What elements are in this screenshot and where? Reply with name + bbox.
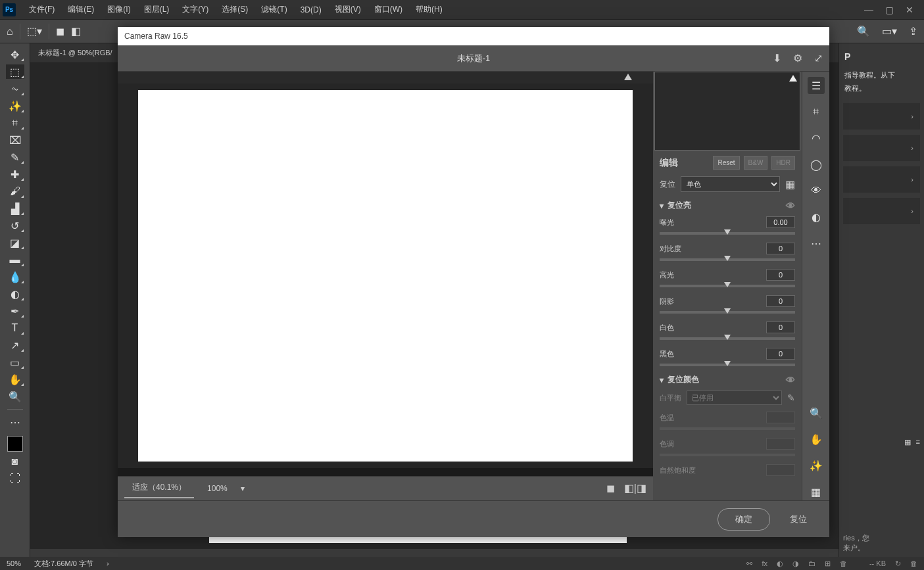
mask-icon[interactable]: ◐ — [777, 559, 783, 568]
view-list-icon[interactable]: ≡ — [916, 438, 920, 446]
horizontal-scrollbar[interactable] — [30, 549, 839, 557]
edit-sliders-icon[interactable]: ☰ — [808, 77, 825, 94]
profile-select[interactable]: 单色 — [681, 176, 780, 192]
window-maximize-icon[interactable]: ▢ — [885, 5, 894, 15]
status-zoom[interactable]: 50% — [7, 559, 21, 567]
compare-view-icon[interactable]: ◧|◨ — [624, 482, 646, 494]
profile-browser-icon[interactable]: ▦ — [785, 178, 795, 191]
blacks-input[interactable] — [766, 348, 795, 360]
share-icon[interactable]: ⇪ — [909, 25, 917, 37]
zoom-fit-button[interactable]: 适应（40.1%） — [124, 478, 194, 498]
bw-button[interactable]: B&W — [744, 156, 768, 170]
section-light-visibility-icon[interactable]: 👁 — [786, 201, 795, 211]
export-icon[interactable]: ⬇ — [773, 52, 781, 64]
tool-eraser[interactable]: ◪ — [6, 235, 24, 250]
panel-row-1[interactable]: › — [843, 103, 920, 130]
presets-tool-icon[interactable]: ◐ — [808, 208, 825, 226]
tool-marquee[interactable]: ⬚ — [6, 64, 24, 79]
highlights-input[interactable] — [766, 269, 795, 281]
cycle-view-icon[interactable]: ◼ — [606, 482, 615, 494]
panel-row-2[interactable]: › — [843, 135, 920, 161]
tool-lasso[interactable]: ⏦ — [6, 82, 24, 96]
menu-3d[interactable]: 3D(D) — [294, 5, 328, 14]
color-swatch[interactable] — [7, 436, 23, 452]
highlights-slider[interactable] — [660, 285, 795, 287]
filmstrip[interactable] — [118, 468, 653, 476]
link-icon[interactable]: ⚯ — [746, 559, 752, 568]
tool-gradient[interactable]: ▬ — [6, 252, 24, 267]
contrast-input[interactable] — [766, 243, 795, 254]
menu-help[interactable]: 帮助(H) — [409, 4, 449, 15]
section-light-header[interactable]: ▾ 复位亮 👁 — [660, 200, 795, 211]
tool-crop[interactable]: ⌗ — [6, 116, 24, 130]
tool-move[interactable]: ✥ — [6, 47, 24, 62]
whites-input[interactable] — [766, 321, 795, 333]
tool-zoom[interactable]: 🔍 — [6, 389, 24, 404]
panel-row-4[interactable]: › — [843, 198, 920, 224]
selection-new-icon[interactable]: ◼ — [56, 25, 64, 37]
tool-path-select[interactable]: ↗ — [6, 338, 24, 352]
menu-filter[interactable]: 滤镜(T) — [255, 4, 293, 15]
menu-layer[interactable]: 图层(L) — [137, 4, 176, 15]
tool-type[interactable]: T — [6, 321, 24, 335]
tool-quick-select[interactable]: ✨ — [6, 99, 24, 113]
shadows-input[interactable] — [766, 295, 795, 307]
trash-icon[interactable]: 🗑 — [840, 559, 847, 568]
preview-canvas-area[interactable] — [118, 83, 653, 468]
cr-zoom-icon[interactable]: 🔍 — [808, 404, 825, 421]
fx-icon[interactable]: fx — [762, 559, 767, 568]
tool-frame[interactable]: ⌧ — [6, 133, 24, 147]
wb-eyedropper-icon[interactable]: ✎ — [787, 392, 795, 403]
marquee-preset-icon[interactable]: ⬚▾ — [27, 25, 42, 37]
wb-select[interactable]: 已停用 — [687, 391, 782, 405]
window-minimize-icon[interactable]: — — [864, 5, 873, 15]
cr-grid-icon[interactable]: ▦ — [808, 483, 825, 500]
dialog-title-bar[interactable]: Camera Raw 16.5 — [118, 27, 829, 45]
tool-blur[interactable]: 💧 — [6, 270, 24, 284]
panel-row-3[interactable]: › — [843, 166, 920, 193]
hdr-button[interactable]: HDR — [771, 156, 795, 170]
view-grid-icon[interactable]: ▦ — [904, 438, 911, 446]
more-tools-icon[interactable]: ⋯ — [808, 235, 825, 252]
exposure-input[interactable] — [766, 216, 795, 228]
tool-dodge[interactable]: ◐ — [6, 287, 24, 301]
tool-pen[interactable]: ✒ — [6, 304, 24, 318]
tool-quickmask[interactable]: ◙ — [6, 454, 24, 469]
tool-brush[interactable]: 🖌 — [6, 184, 24, 199]
status-doc-info[interactable]: 文档:7.66M/0 字节 — [34, 559, 93, 569]
window-close-icon[interactable]: ✕ — [906, 5, 913, 15]
workspace-icon[interactable]: ▭▾ — [882, 25, 897, 37]
gear-icon[interactable]: ⚙ — [793, 52, 802, 64]
cr-sampler-icon[interactable]: ✨ — [808, 457, 825, 474]
menu-select[interactable]: 选择(S) — [215, 4, 255, 15]
zoom-100-button[interactable]: 100% — [199, 480, 235, 497]
menu-image[interactable]: 图像(I) — [101, 4, 137, 15]
search-icon[interactable]: 🔍 — [857, 25, 870, 37]
zoom-dropdown-icon[interactable]: ▾ — [241, 484, 245, 493]
tool-hand[interactable]: ✋ — [6, 372, 24, 387]
tool-history-brush[interactable]: ↺ — [6, 218, 24, 233]
menu-view[interactable]: 视图(V) — [328, 4, 368, 15]
trash2-icon[interactable]: 🗑 — [910, 559, 917, 568]
whites-slider[interactable] — [660, 337, 795, 340]
contrast-slider[interactable] — [660, 258, 795, 261]
shadows-slider[interactable] — [660, 311, 795, 314]
menu-type[interactable]: 文字(Y) — [176, 4, 215, 15]
histogram[interactable] — [654, 72, 800, 151]
tool-healing[interactable]: ✚ — [6, 167, 24, 181]
tool-shape[interactable]: ▭ — [6, 355, 24, 369]
exposure-slider[interactable] — [660, 232, 795, 235]
highlight-clip-warning-icon[interactable] — [789, 75, 797, 82]
mask-tool-icon[interactable]: ◯ — [808, 156, 825, 173]
tool-clone[interactable]: ▟ — [6, 201, 24, 216]
folder-icon[interactable]: 🗀 — [808, 559, 815, 568]
healing-tool-icon[interactable]: ◠ — [808, 130, 825, 147]
menu-window[interactable]: 窗口(W) — [368, 4, 409, 15]
menu-file[interactable]: 文件(F) — [22, 4, 61, 15]
sync-icon[interactable]: ↻ — [895, 559, 901, 568]
tool-screenmode[interactable]: ⛶ — [6, 471, 24, 486]
tool-eyedropper[interactable]: ✎ — [6, 150, 24, 164]
section-color-header[interactable]: ▾ 复位颜色 👁 — [660, 374, 795, 385]
home-icon[interactable]: ⌂ — [7, 26, 13, 37]
adjustment-icon[interactable]: ◑ — [792, 559, 799, 568]
